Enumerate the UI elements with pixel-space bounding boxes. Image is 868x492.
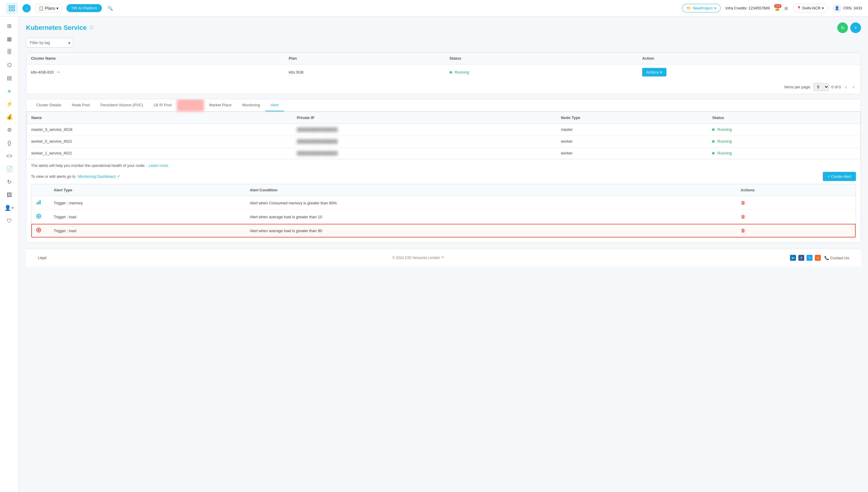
cluster-table-card: Cluster Name Plan Status Action k8s-4GB-… xyxy=(26,52,861,94)
delete-alert-button[interactable]: 🗑 xyxy=(741,200,745,205)
tab-persistent-volume[interactable]: Persistent Volume (PVC) xyxy=(95,99,148,111)
user-profile[interactable]: 👤 CRN. 3433 xyxy=(833,4,862,13)
pagination-next-button[interactable]: › xyxy=(851,84,856,90)
col-node-status: Status xyxy=(707,112,860,124)
actions-label: Actions xyxy=(646,70,659,74)
node-status-cell: Running xyxy=(707,147,860,159)
sidebar-item-code[interactable]: {} xyxy=(3,137,15,149)
new-project-button[interactable]: 📁 NewProject ▾ xyxy=(682,4,721,13)
cluster-plan-cell: k8s.3GB xyxy=(284,65,445,80)
info-icon: ⓘ xyxy=(90,25,94,30)
location-pin-icon: 📍 xyxy=(796,6,801,10)
sidebar-item-shield[interactable]: 🛡 xyxy=(3,215,15,227)
tab-lb-ip-pool[interactable]: LB IP Pool xyxy=(148,99,177,111)
delete-alert-button[interactable]: 🗑 xyxy=(741,228,745,233)
pagination-prev-button[interactable]: ‹ xyxy=(843,84,848,90)
edit-alerts-text: To view or edit alerts go to Monitoring … xyxy=(31,174,823,179)
alert-row: Trigger : memory Alert when Consumed mem… xyxy=(31,196,856,210)
add-button[interactable]: + xyxy=(850,22,861,33)
facebook-icon[interactable]: f xyxy=(798,255,804,261)
svg-point-8 xyxy=(38,215,40,217)
page-title: Kubernetes Service xyxy=(26,24,86,32)
tab-node-pool[interactable]: Node Pool xyxy=(67,99,95,111)
col-node-type: Node Type xyxy=(556,112,707,124)
tab-alert[interactable]: Alert xyxy=(265,99,284,111)
tab-blurred[interactable]: ██████ xyxy=(177,99,204,111)
cluster-section: Cluster Details Node Pool Persistent Vol… xyxy=(26,99,861,243)
location-selector[interactable]: 📍 Delhi-NCR ▾ xyxy=(793,4,828,13)
footer-right: in f 𝕏 ⊏ 📞 Contact Us xyxy=(790,255,855,261)
tab-marketplace[interactable]: Market Place xyxy=(204,99,237,111)
svg-rect-2 xyxy=(9,9,11,11)
node-status-cell: Running xyxy=(707,124,860,136)
monitoring-dashboard-link[interactable]: Monitoring Dashboard ↗ xyxy=(78,174,120,179)
col-alert-type: Alert Type xyxy=(49,184,245,196)
delete-alert-button[interactable]: 🗑 xyxy=(741,214,745,219)
sidebar-item-docs[interactable]: 📄 xyxy=(3,163,15,175)
notifications-bell[interactable]: 🔔 118 xyxy=(775,6,780,10)
load-icon xyxy=(36,215,41,220)
sidebar-item-database[interactable]: 🗄 xyxy=(3,46,15,58)
node-type-cell: worker xyxy=(556,136,707,147)
credits-label: Infra Credits: xyxy=(725,6,747,10)
node-ip-cell: ███████████████ xyxy=(292,147,556,159)
sidebar-item-users[interactable]: 👤+ xyxy=(3,202,15,214)
alerts-table-card: Alert Type Alert Condition Actions xyxy=(31,184,856,238)
app-logo xyxy=(6,2,18,14)
sidebar-item-server[interactable]: ▦ xyxy=(3,33,15,45)
sidebar-item-billing[interactable]: 💰 xyxy=(3,111,15,123)
twitter-icon[interactable]: 𝕏 xyxy=(807,255,813,261)
create-alert-button[interactable]: + Create Alert xyxy=(823,172,856,181)
main-content: Kubernetes Service ⓘ ↻ + Filter by tag C… xyxy=(19,17,868,492)
folder-icon: 📁 xyxy=(686,6,691,10)
sidebar-item-network[interactable]: ⌬ xyxy=(3,59,15,71)
phone-icon: 📞 xyxy=(824,256,829,260)
platform-button[interactable]: TIR AI Platform xyxy=(67,4,102,12)
node-name-cell: worker_0_service_4521 xyxy=(27,136,292,147)
node-type-cell: master xyxy=(556,124,707,136)
expand-button[interactable]: › xyxy=(22,4,31,13)
filter-by-tag-select[interactable]: Filter by tag xyxy=(26,38,73,48)
refresh-button[interactable]: ↻ xyxy=(837,22,848,33)
grid-menu-button[interactable]: ⊞ xyxy=(785,6,788,10)
footer-legal: Legal xyxy=(32,256,46,260)
sidebar-item-kubernetes[interactable]: ⎈ xyxy=(3,85,15,97)
pagination-count: 0 of 0 xyxy=(832,85,841,89)
plans-dropdown[interactable]: 📋 Plans ▾ xyxy=(35,4,62,13)
linkedin-icon[interactable]: in xyxy=(790,255,796,261)
page-header: Kubernetes Service ⓘ ↻ + xyxy=(26,22,861,33)
col-plan: Plan xyxy=(284,53,445,65)
alert-delete-cell: 🗑 xyxy=(736,224,856,238)
alert-delete-cell: 🗑 xyxy=(736,196,856,210)
sidebar-item-rocket[interactable]: ⚡ xyxy=(3,98,15,110)
svg-rect-6 xyxy=(40,200,41,204)
node-ip-cell: ███████████████ xyxy=(292,124,556,136)
tab-cluster-details[interactable]: Cluster Details xyxy=(31,99,67,111)
sidebar-item-storage[interactable]: ▤ xyxy=(3,72,15,84)
alert-row: Trigger : load Alert when average load i… xyxy=(31,210,856,224)
status-dot xyxy=(712,128,714,131)
sidebar-item-image[interactable]: 🖼 xyxy=(3,189,15,201)
edit-icon[interactable]: ✏ xyxy=(57,70,60,74)
alert-condition-cell: Alert when Consumed memory is greater th… xyxy=(245,196,736,210)
sidebar-item-dashboard[interactable]: ⊞ xyxy=(3,20,15,32)
contact-us-link[interactable]: 📞 Contact Us xyxy=(824,256,849,260)
legal-link[interactable]: Legal xyxy=(38,256,46,260)
items-per-page-select[interactable]: 5 10 25 xyxy=(813,83,829,91)
tab-monitoring[interactable]: Monitoring xyxy=(237,99,265,111)
plans-icon: 📋 xyxy=(39,6,44,10)
status-dot xyxy=(712,152,714,154)
learn-more-link[interactable]: Learn more xyxy=(149,163,168,168)
rss-icon[interactable]: ⊏ xyxy=(815,255,821,261)
actions-dropdown-button[interactable]: Actions ▾ xyxy=(642,68,666,76)
notification-badge: 118 xyxy=(774,4,782,8)
pagination-bar: Items per page: 5 10 25 0 of 0 ‹ › xyxy=(26,80,861,94)
alerts-table: Alert Type Alert Condition Actions xyxy=(31,184,856,238)
sidebar-item-git[interactable]: <> xyxy=(3,150,15,162)
alerts-header-row: Alert Type Alert Condition Actions xyxy=(31,184,856,196)
sidebar-item-settings[interactable]: ⚙ xyxy=(3,124,15,136)
col-alert-actions: Actions xyxy=(736,184,856,196)
search-button[interactable]: 🔍 xyxy=(108,6,113,10)
sidebar-item-refresh[interactable]: ↻ xyxy=(3,176,15,188)
new-project-label: NewProject xyxy=(693,6,712,10)
